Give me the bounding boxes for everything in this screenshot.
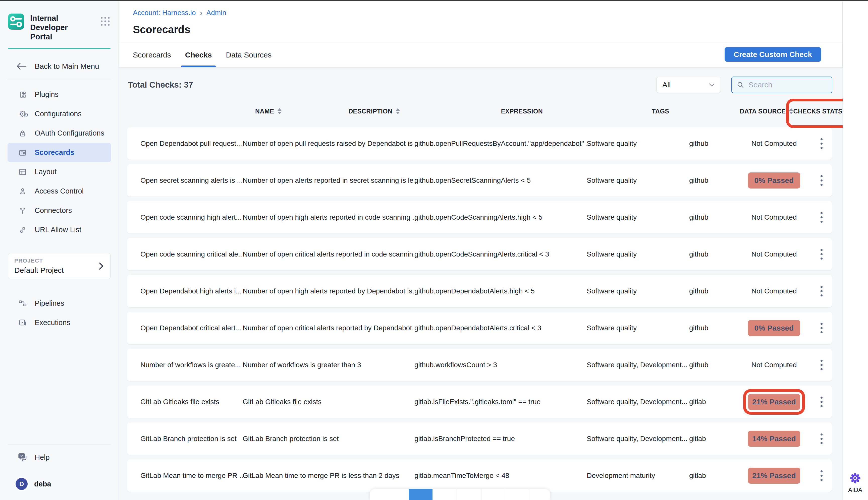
sidebar-item-label: Plugins bbox=[35, 90, 58, 99]
table-row[interactable]: Open Dependabot critical alert... Number… bbox=[127, 312, 832, 344]
row-menu-button[interactable] bbox=[811, 174, 832, 187]
check-tags: Software quality bbox=[587, 324, 689, 332]
pagination-segment[interactable] bbox=[433, 489, 456, 500]
filter-dropdown[interactable]: All bbox=[657, 77, 721, 93]
search-icon bbox=[736, 81, 744, 89]
tab-checks[interactable]: Checks bbox=[185, 43, 212, 67]
check-tags: Software quality, Development... bbox=[587, 435, 689, 443]
kebab-icon bbox=[819, 432, 824, 445]
tab-scorecards[interactable]: Scorecards bbox=[133, 43, 171, 67]
check-name: Open Dependabot pull request... bbox=[141, 139, 243, 148]
breadcrumb-account-link[interactable]: Account: Harness.io bbox=[133, 9, 196, 17]
table-row[interactable]: Number of workflows is greate... Number … bbox=[127, 349, 832, 381]
user-name: deba bbox=[34, 480, 51, 488]
user-menu[interactable]: D deba bbox=[0, 474, 119, 495]
pagination-segment[interactable] bbox=[506, 489, 530, 500]
kebab-icon bbox=[819, 284, 824, 298]
sidebar-item-label: Executions bbox=[35, 319, 70, 327]
check-description: Number of workflows is greater than 3 bbox=[243, 361, 414, 369]
check-tags: Software quality bbox=[587, 177, 689, 184]
check-description: Number of open critical alerts reported … bbox=[243, 324, 414, 332]
breadcrumb: Account: Harness.io › Admin bbox=[133, 9, 842, 17]
check-name: GitLab Mean time to merge PR ... bbox=[141, 471, 243, 480]
pagination-segment[interactable] bbox=[456, 489, 481, 500]
row-menu-button[interactable] bbox=[811, 211, 832, 224]
row-menu-button[interactable] bbox=[811, 469, 832, 482]
table-row[interactable]: GitLab Gitleaks file exists GitLab Gitle… bbox=[127, 386, 832, 418]
sidebar-item-label: Configurations bbox=[35, 110, 82, 118]
tab-data-sources[interactable]: Data Sources bbox=[226, 43, 271, 67]
back-to-main-menu[interactable]: Back to Main Menu bbox=[16, 62, 119, 70]
help-button[interactable]: ? Help bbox=[0, 447, 119, 467]
sidebar-item-label: URL Allow List bbox=[35, 226, 81, 234]
aida-assistant-button[interactable]: AIDA bbox=[843, 473, 868, 493]
page-header: Account: Harness.io › Admin Scorecards bbox=[119, 0, 842, 42]
check-expression: github.openSecretScanningAlerts < 5 bbox=[414, 177, 587, 184]
sort-icon[interactable] bbox=[396, 108, 400, 114]
avatar: D bbox=[15, 478, 27, 490]
sort-icon[interactable] bbox=[789, 108, 793, 114]
search-box[interactable] bbox=[731, 77, 832, 93]
row-menu-button[interactable] bbox=[811, 358, 832, 372]
check-data-source: github bbox=[689, 250, 743, 258]
check-name: Open code scanning critical ale... bbox=[141, 250, 243, 258]
check-tags: Software quality bbox=[587, 287, 689, 295]
total-checks-count: Total Checks: 37 bbox=[128, 80, 193, 90]
create-custom-check-button[interactable]: Create Custom Check bbox=[725, 47, 821, 62]
pagination-segment[interactable] bbox=[370, 489, 409, 500]
app-title: Internal Developer Portal bbox=[30, 13, 90, 42]
check-stats: Not Computed bbox=[752, 361, 797, 369]
app-switcher-grid-icon[interactable] bbox=[99, 15, 111, 27]
pagination-segment[interactable] bbox=[530, 489, 550, 500]
sidebar-item-label: OAuth Configurations bbox=[35, 129, 104, 137]
row-menu-button[interactable] bbox=[811, 248, 832, 261]
check-description: Number of open high alerts reported in c… bbox=[243, 213, 414, 221]
table-row[interactable]: Open code scanning critical ale... Numbe… bbox=[127, 238, 832, 270]
sidebar-item-executions[interactable]: Executions bbox=[0, 313, 119, 332]
back-label: Back to Main Menu bbox=[35, 62, 99, 70]
pagination-bar[interactable] bbox=[370, 489, 550, 500]
sidebar-item-oauth-configurations[interactable]: OAuth Configurations bbox=[0, 124, 119, 143]
sort-icon[interactable] bbox=[278, 108, 281, 114]
kebab-icon bbox=[819, 469, 824, 482]
sidebar-item-connectors[interactable]: Connectors bbox=[0, 201, 119, 220]
idp-logo bbox=[8, 13, 24, 30]
project-selector[interactable]: PROJECT Default Project bbox=[8, 253, 111, 279]
check-description: Number of open critical alerts reported … bbox=[243, 250, 414, 258]
table-row[interactable]: Open Dependabot high alerts i... Number … bbox=[127, 275, 832, 307]
filter-dropdown-value: All bbox=[662, 81, 709, 89]
sidebar-nav: Plugins ⚙⚙ Configurations OAuth Configur… bbox=[0, 85, 119, 239]
sidebar-item-plugins[interactable]: Plugins bbox=[0, 85, 119, 104]
breadcrumb-admin-link[interactable]: Admin bbox=[207, 9, 226, 17]
executions-icon bbox=[18, 318, 27, 327]
divider bbox=[8, 79, 111, 79]
row-menu-button[interactable] bbox=[811, 395, 832, 409]
search-input[interactable] bbox=[748, 80, 824, 89]
check-tags: Software quality bbox=[587, 250, 689, 258]
layout-icon bbox=[18, 168, 27, 177]
table-row[interactable]: GitLab Branch protection is set GitLab B… bbox=[127, 422, 832, 455]
check-stats: 0% Passed bbox=[748, 172, 800, 189]
table-row[interactable]: Open secret scanning alerts is ... Numbe… bbox=[127, 164, 832, 196]
pagination-segment[interactable] bbox=[481, 489, 506, 500]
sidebar-item-pipelines[interactable]: Pipelines bbox=[0, 294, 119, 313]
sidebar-item-access-control[interactable]: Access Control bbox=[0, 181, 119, 201]
sidebar-item-layout[interactable]: Layout bbox=[0, 162, 119, 181]
row-menu-button[interactable] bbox=[811, 432, 832, 445]
sidebar-item-url-allow-list[interactable]: URL Allow List bbox=[0, 220, 119, 239]
sidebar-item-label: Layout bbox=[35, 168, 56, 176]
table-row[interactable]: Open code scanning high alert... Number … bbox=[127, 201, 832, 234]
row-menu-button[interactable] bbox=[811, 137, 832, 150]
table-row[interactable]: GitLab Mean time to merge PR ... GitLab … bbox=[127, 459, 832, 492]
table-row[interactable]: Open Dependabot pull request... Number o… bbox=[127, 127, 832, 160]
table-header: NAME DESCRIPTION EXPRESSION TAGS DATA SO… bbox=[255, 105, 842, 118]
row-menu-button[interactable] bbox=[811, 321, 832, 335]
check-description: GitLab Gitleaks file exists bbox=[243, 398, 414, 406]
filter-row: Total Checks: 37 All bbox=[128, 77, 832, 93]
sidebar-item-scorecards[interactable]: Scorecards bbox=[8, 143, 111, 162]
check-expression: github.openPullRequestsByAccount."app/de… bbox=[414, 139, 587, 148]
pagination-active-page[interactable] bbox=[409, 489, 433, 500]
sidebar-item-configurations[interactable]: ⚙⚙ Configurations bbox=[0, 104, 119, 124]
row-menu-button[interactable] bbox=[811, 284, 832, 298]
help-label: Help bbox=[35, 453, 50, 462]
